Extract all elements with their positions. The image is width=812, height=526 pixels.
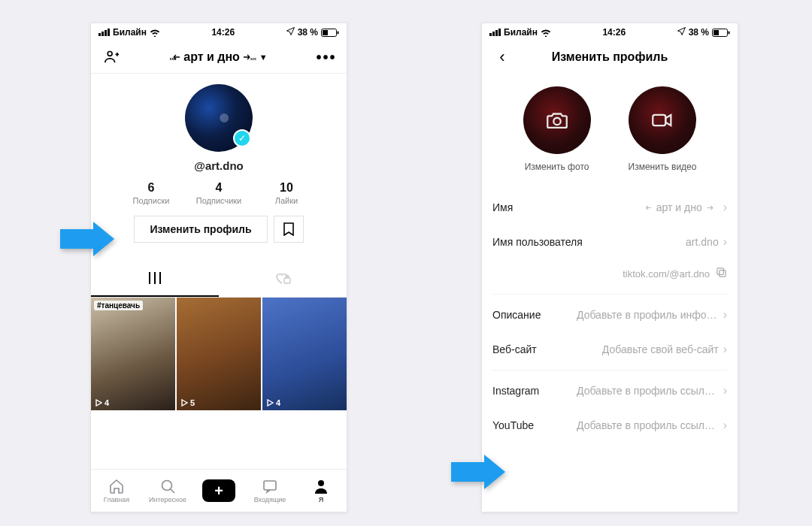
phone-edit-profile: Билайн 14:26 38 % ‹ Изменить профиль Изм… bbox=[481, 23, 738, 512]
nav-bar: END арт и дно SOON ▼ ••• bbox=[91, 41, 347, 74]
content-tabs bbox=[91, 264, 347, 298]
status-time: 14:26 bbox=[602, 27, 626, 38]
annotation-arrow bbox=[60, 222, 114, 256]
svg-rect-6 bbox=[284, 278, 290, 283]
tab-me[interactable]: Я bbox=[295, 478, 347, 503]
verified-badge-icon: ✓ bbox=[233, 129, 251, 147]
battery-text: 38 % bbox=[689, 27, 709, 38]
chevron-right-icon: › bbox=[723, 235, 727, 249]
more-button[interactable]: ••• bbox=[315, 50, 338, 65]
change-video-label: Изменить видео bbox=[629, 162, 697, 172]
svg-marker-17 bbox=[60, 222, 114, 256]
add-friend-button[interactable] bbox=[100, 49, 123, 65]
svg-point-3 bbox=[108, 51, 112, 56]
stat-following[interactable]: 6 Подписки bbox=[117, 181, 185, 205]
play-icon bbox=[267, 399, 274, 407]
chevron-right-icon: › bbox=[723, 308, 727, 322]
row-profile-link[interactable]: tiktok.com/@art.dno bbox=[482, 259, 738, 291]
tab-bar: Главная Интересное + Входящие Я bbox=[91, 469, 347, 512]
change-video-button[interactable] bbox=[629, 86, 696, 154]
change-photo-label: Изменить фото bbox=[525, 162, 589, 172]
svg-rect-8 bbox=[264, 481, 276, 490]
chevron-right-icon: › bbox=[723, 343, 727, 356]
end-icon bbox=[643, 204, 652, 211]
battery-text: 38 % bbox=[298, 27, 318, 38]
video-icon bbox=[650, 107, 675, 133]
tab-home[interactable]: Главная bbox=[91, 478, 142, 503]
edit-profile-button[interactable]: Изменить профиль bbox=[134, 216, 267, 243]
chevron-right-icon: › bbox=[723, 419, 727, 432]
annotation-arrow bbox=[451, 455, 505, 489]
chevron-right-icon: › bbox=[723, 384, 727, 398]
row-name[interactable]: Имя арт и дно › bbox=[482, 190, 738, 225]
wifi-icon bbox=[541, 29, 551, 37]
battery-icon bbox=[712, 29, 730, 37]
row-youtube[interactable]: YouTube Добавьте в профиль ссылку н…› bbox=[482, 408, 738, 443]
svg-point-9 bbox=[318, 480, 324, 486]
end-icon: END bbox=[170, 53, 180, 61]
play-icon bbox=[181, 399, 188, 407]
svg-rect-1 bbox=[323, 30, 328, 35]
wifi-icon bbox=[150, 29, 160, 37]
profile-title[interactable]: END арт и дно SOON ▼ bbox=[123, 50, 315, 64]
create-button[interactable]: + bbox=[202, 479, 235, 502]
svg-point-7 bbox=[162, 481, 172, 491]
profile-icon bbox=[313, 478, 329, 494]
video-cell[interactable]: 4 bbox=[262, 298, 347, 410]
signal-icon bbox=[489, 29, 501, 36]
change-photo-button[interactable] bbox=[523, 86, 591, 154]
svg-marker-18 bbox=[451, 455, 505, 489]
tab-grid[interactable] bbox=[91, 264, 219, 297]
media-edit-row: Изменить фото Изменить видео bbox=[482, 86, 738, 172]
grid-icon bbox=[148, 271, 162, 285]
signal-icon bbox=[98, 29, 110, 36]
video-cell[interactable]: 5 bbox=[177, 298, 261, 410]
video-cell[interactable]: #танцевачь 4 bbox=[91, 298, 175, 410]
chevron-down-icon: ▼ bbox=[259, 53, 268, 62]
status-time: 14:26 bbox=[211, 27, 235, 38]
phone-profile: Билайн 14:26 38 % END арт и дно SOON ▼ •… bbox=[90, 23, 347, 512]
tab-create[interactable]: + bbox=[193, 479, 244, 502]
video-grid: #танцевачь 4 5 4 bbox=[91, 298, 347, 410]
svg-point-13 bbox=[553, 118, 560, 125]
back-button[interactable]: ‹ bbox=[491, 47, 514, 67]
profile-title-text: арт и дно bbox=[183, 50, 240, 64]
heart-lock-icon bbox=[274, 271, 291, 285]
svg-text:END: END bbox=[170, 57, 177, 61]
tab-liked[interactable] bbox=[219, 264, 347, 297]
video-tag: #танцевачь bbox=[94, 301, 143, 310]
svg-rect-11 bbox=[714, 30, 719, 35]
profile-section: ✓ @art.dno 6 Подписки 4 Подписчики 10 Ла… bbox=[91, 74, 347, 250]
chevron-right-icon: › bbox=[723, 201, 727, 214]
status-bar: Билайн 14:26 38 % bbox=[482, 23, 738, 41]
inbox-icon bbox=[262, 478, 278, 494]
play-icon bbox=[95, 399, 102, 407]
tab-inbox[interactable]: Входящие bbox=[244, 478, 295, 503]
row-instagram[interactable]: Instagram Добавьте в профиль ссылку н…› bbox=[482, 373, 738, 408]
row-bio[interactable]: Описание Добавьте в профиль информа…› bbox=[482, 298, 738, 332]
carrier-label: Билайн bbox=[113, 27, 147, 38]
stat-likes[interactable]: 10 Лайки bbox=[253, 181, 320, 205]
home-icon bbox=[108, 478, 125, 494]
row-username[interactable]: Имя пользователя art.dno› bbox=[482, 225, 738, 259]
avatar[interactable]: ✓ bbox=[185, 84, 253, 152]
page-title: Изменить профиль bbox=[514, 50, 706, 64]
soon-icon: SOON bbox=[243, 53, 256, 61]
carrier-label: Билайн bbox=[504, 27, 538, 38]
nav-bar: ‹ Изменить профиль bbox=[482, 41, 738, 73]
bookmark-button[interactable] bbox=[274, 216, 304, 243]
search-icon bbox=[159, 478, 176, 494]
tab-discover[interactable]: Интересное bbox=[142, 478, 193, 503]
location-icon bbox=[286, 27, 295, 38]
svg-rect-12 bbox=[729, 31, 730, 34]
svg-rect-14 bbox=[653, 115, 665, 125]
stat-followers[interactable]: 4 Подписчики bbox=[185, 181, 253, 205]
battery-icon bbox=[321, 29, 339, 37]
svg-rect-16 bbox=[717, 268, 723, 274]
svg-rect-2 bbox=[338, 31, 339, 34]
stats-row: 6 Подписки 4 Подписчики 10 Лайки bbox=[91, 181, 347, 205]
camera-icon bbox=[544, 107, 570, 133]
location-icon bbox=[677, 27, 686, 38]
settings-list: Имя арт и дно › Имя пользователя art.dno… bbox=[482, 190, 738, 443]
row-website[interactable]: Веб-сайт Добавьте свой веб-сайт› bbox=[482, 332, 738, 367]
